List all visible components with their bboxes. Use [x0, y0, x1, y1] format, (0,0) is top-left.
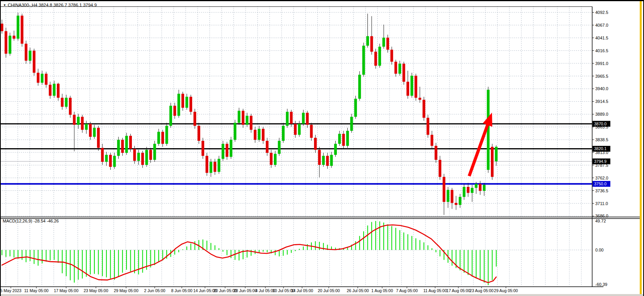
price-axis[interactable]	[592, 7, 640, 287]
window-left-border	[0, 1, 1, 296]
chart-window: 4092.54067.04041.54016.53991.03965.53940…	[0, 0, 644, 296]
symbol-dropdown-icon[interactable]: ▼	[3, 3, 6, 7]
window-bottom-strip	[0, 294, 644, 296]
chart-title: ▼CHINA300-,H4 3824.8 3826.7 3786.1 3794.…	[3, 3, 97, 7]
macd-indicator-label: MACD(12,26,9) -28.54 -46.26	[3, 219, 59, 223]
ohlc-values: 3824.8 3826.7 3786.1 3794.9	[39, 3, 97, 7]
time-axis[interactable]	[0, 287, 592, 294]
window-edge-highlight	[640, 1, 642, 296]
candlestick-chart[interactable]: 4092.54067.04041.54016.53991.03965.53940…	[0, 1, 644, 296]
symbol-timeframe-label: CHINA300-,H4	[8, 3, 38, 7]
